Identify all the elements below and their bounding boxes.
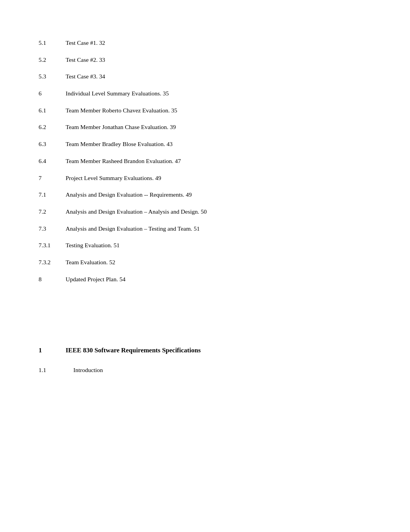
toc-entry: 7.3Analysis and Design Evaluation – Test… [39, 224, 364, 233]
toc-text: Team Member Rasheed Brandon Evaluation. … [66, 157, 181, 165]
toc-entry: 6.1Team Member Roberto Chavez Evaluation… [39, 106, 364, 115]
toc-entry: 6.4Team Member Rasheed Brandon Evaluatio… [39, 157, 364, 165]
toc-entry: 5.2Test Case #2. 33 [39, 56, 364, 64]
toc-text: Team Member Jonathan Chase Evaluation. 3… [66, 123, 176, 131]
toc-text: Test Case #1. 32 [66, 39, 105, 47]
toc-entry: 7.1Analysis and Design Evaluation -- Req… [39, 190, 364, 199]
page: 5.1Test Case #1. 325.2Test Case #2. 335.… [0, 0, 410, 532]
toc-number: 6.1 [39, 106, 66, 115]
toc-section: 5.1Test Case #1. 325.2Test Case #2. 335.… [39, 39, 364, 283]
toc-number: 6.4 [39, 157, 66, 165]
toc-entry: 6.2Team Member Jonathan Chase Evaluation… [39, 123, 364, 131]
toc-text: Individual Level Summary Evaluations. 35 [66, 89, 169, 98]
toc-text: Test Case #2. 33 [66, 56, 105, 64]
toc-entry: 5.3Test Case #3. 34 [39, 72, 364, 81]
toc-entry: 5.1Test Case #1. 32 [39, 39, 364, 47]
spacer [39, 292, 364, 323]
toc-text: Team Member Bradley Blose Evaluation. 43 [66, 140, 173, 148]
toc-text: Analysis and Design Evaluation – Analysi… [66, 207, 207, 216]
content-text: IEEE 830 Software Requirements Specifica… [66, 346, 201, 355]
toc-text: Team Evaluation. 52 [66, 258, 115, 267]
content-entry: 1.1Introduction [39, 366, 364, 374]
toc-text: Updated Project Plan. 54 [66, 275, 125, 284]
content-section: 1IEEE 830 Software Requirements Specific… [39, 346, 364, 374]
content-number: 1.1 [39, 366, 66, 374]
toc-number: 7.3 [39, 224, 66, 233]
toc-entry: 7Project Level Summary Evaluations. 49 [39, 174, 364, 182]
toc-number: 7 [39, 174, 66, 182]
toc-text: Testing Evaluation. 51 [66, 241, 120, 250]
toc-number: 7.2 [39, 207, 66, 216]
content-text: Introduction [66, 366, 103, 374]
toc-number: 5.3 [39, 72, 66, 81]
toc-text: Project Level Summary Evaluations. 49 [66, 174, 161, 182]
toc-number: 7.3.2 [39, 258, 66, 267]
content-number: 1 [39, 346, 66, 355]
toc-number: 8 [39, 275, 66, 284]
toc-number: 6.3 [39, 140, 66, 148]
toc-text: Analysis and Design Evaluation – Testing… [66, 224, 200, 233]
toc-number: 5.2 [39, 56, 66, 64]
toc-number: 5.1 [39, 39, 66, 47]
toc-number: 7.1 [39, 190, 66, 199]
toc-entry: 6.3Team Member Bradley Blose Evaluation.… [39, 140, 364, 148]
toc-entry: 8Updated Project Plan. 54 [39, 275, 364, 284]
toc-entry: 6Individual Level Summary Evaluations. 3… [39, 89, 364, 98]
toc-text: Test Case #3. 34 [66, 72, 105, 81]
toc-entry: 7.3.2Team Evaluation. 52 [39, 258, 364, 267]
toc-text: Team Member Roberto Chavez Evaluation. 3… [66, 106, 177, 115]
toc-text: Analysis and Design Evaluation -- Requir… [66, 190, 192, 199]
content-entry: 1IEEE 830 Software Requirements Specific… [39, 346, 364, 355]
toc-entry: 7.3.1Testing Evaluation. 51 [39, 241, 364, 250]
toc-number: 6 [39, 89, 66, 98]
toc-number: 6.2 [39, 123, 66, 131]
toc-number: 7.3.1 [39, 241, 66, 250]
toc-entry: 7.2Analysis and Design Evaluation – Anal… [39, 207, 364, 216]
